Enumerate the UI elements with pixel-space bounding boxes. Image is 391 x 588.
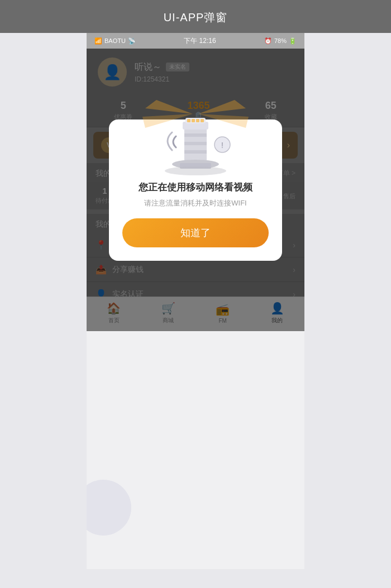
- status-right: ⏰ 78% 🔋: [264, 37, 297, 45]
- svg-text:!: !: [221, 141, 223, 150]
- svg-rect-13: [201, 119, 204, 122]
- svg-marker-2: [198, 100, 246, 114]
- svg-rect-5: [184, 133, 207, 137]
- signal-icon: 📶: [94, 37, 102, 45]
- alarm-icon: ⏰: [264, 37, 272, 45]
- page-title: UI-APP弹窗: [0, 0, 391, 33]
- dialog-subtitle: 请注意流量消耗并及时连接WIFI: [120, 198, 271, 208]
- dialog-overlay: ! 您正在使用移动网络看视频 请注意流量消耗并及时连接WIFI 知道了: [87, 49, 304, 331]
- svg-rect-4: [184, 128, 207, 164]
- svg-rect-10: [187, 119, 190, 122]
- phone-frame: 📶 BAOTU 📡 下午 12:16 ⏰ 78% 🔋 👤 听说～ 未实名 ID:…: [87, 33, 304, 569]
- svg-rect-12: [196, 119, 199, 122]
- status-left: 📶 BAOTU 📡: [94, 37, 136, 45]
- battery-icon: 🔋: [289, 37, 297, 45]
- battery-text: 78%: [274, 37, 287, 44]
- svg-rect-6: [184, 142, 207, 145]
- status-bar: 📶 BAOTU 📡 下午 12:16 ⏰ 78% 🔋: [87, 33, 304, 49]
- app-background: 👤 听说～ 未实名 ID:1254321 5 优惠券 1365 🏛️: [87, 49, 304, 331]
- svg-marker-0: [145, 100, 193, 114]
- dialog-confirm-button[interactable]: 知道了: [122, 218, 269, 247]
- wifi-icon: 📡: [128, 37, 136, 45]
- dialog-illustration: !: [109, 97, 282, 175]
- svg-point-18: [165, 166, 226, 175]
- dialog-title: 您正在使用移动网络看视频: [120, 181, 271, 194]
- lighthouse-svg: !: [140, 97, 251, 181]
- status-time: 下午 12:16: [184, 36, 216, 46]
- decoration-blob-bottom: [87, 480, 131, 536]
- carrier-name: BAOTU: [104, 37, 126, 44]
- svg-rect-11: [192, 119, 195, 122]
- svg-rect-7: [184, 150, 207, 154]
- dialog: ! 您正在使用移动网络看视频 请注意流量消耗并及时连接WIFI 知道了: [109, 119, 282, 261]
